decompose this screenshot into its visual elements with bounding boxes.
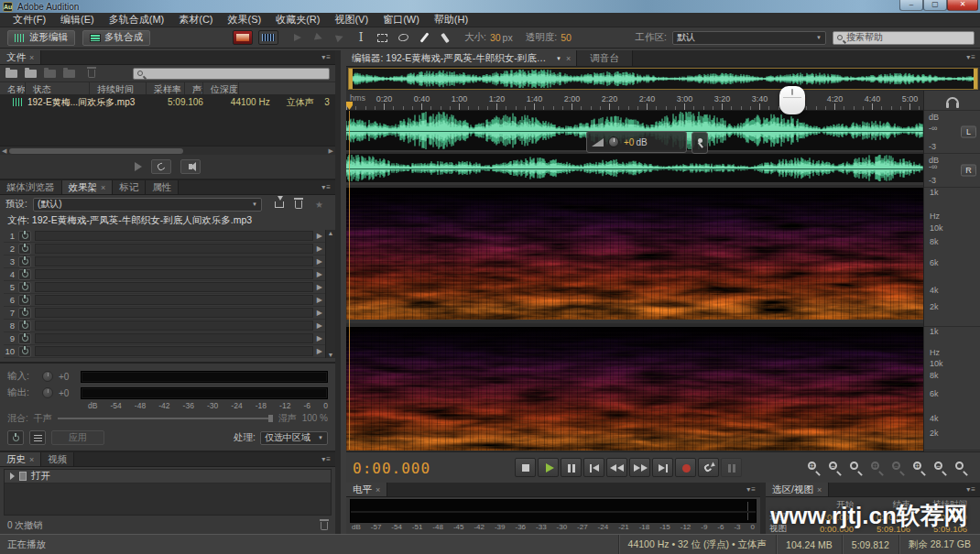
effect-slot-field[interactable] xyxy=(35,269,313,279)
effect-slot-arrow-icon[interactable]: ▶ xyxy=(317,244,322,253)
opacity-value[interactable]: 50 xyxy=(561,32,572,43)
play-button[interactable] xyxy=(538,458,559,477)
stop-button[interactable] xyxy=(515,458,536,477)
effect-slot-field[interactable] xyxy=(35,282,313,292)
effect-power-toggle[interactable] xyxy=(18,333,31,344)
tab-media-browser[interactable]: 媒体浏览器 xyxy=(0,180,62,194)
panel-menu-icon[interactable]: ▾≡ xyxy=(966,53,976,61)
loop-playback-button[interactable] xyxy=(698,458,719,477)
waveform-right-channel[interactable] xyxy=(346,154,923,185)
effect-slot-field[interactable] xyxy=(35,231,313,241)
scroll-down-icon[interactable]: ▼ xyxy=(328,352,334,358)
move-tool-icon[interactable] xyxy=(291,31,304,44)
marquee-selection-tool-icon[interactable] xyxy=(376,31,388,44)
import-file-icon[interactable] xyxy=(25,70,37,78)
trash-icon[interactable] xyxy=(321,522,328,530)
effect-slot-field[interactable] xyxy=(35,346,313,356)
output-gain-knob[interactable] xyxy=(42,387,53,398)
skip-to-start-button[interactable] xyxy=(583,458,604,477)
tab-levels[interactable]: 电平× xyxy=(346,483,387,496)
menu-item[interactable]: 编辑(E) xyxy=(53,13,102,27)
process-dropdown[interactable]: 仅选中区域▼ xyxy=(260,431,328,445)
column-header[interactable]: 位深度 xyxy=(203,82,239,94)
effect-power-toggle[interactable] xyxy=(18,269,31,280)
zoom-in-vertical-button[interactable] xyxy=(867,460,887,476)
delete-preset-icon[interactable] xyxy=(295,201,302,209)
effect-slot-row[interactable]: 7 ▶ xyxy=(4,307,335,320)
effect-slot-field[interactable] xyxy=(35,295,313,305)
minimize-button[interactable]: – xyxy=(899,0,923,11)
close-icon[interactable]: × xyxy=(101,183,105,192)
effect-slot-field[interactable] xyxy=(35,308,313,318)
column-header[interactable]: 持续时间 xyxy=(90,82,147,94)
input-gain-knob[interactable] xyxy=(42,371,53,382)
loop-playback-button[interactable] xyxy=(151,159,171,174)
selection-table-row[interactable]: 选区 0:00.000 0:00.000 0:00.000 xyxy=(769,511,976,523)
scrollbar-thumb[interactable] xyxy=(9,148,183,154)
column-header[interactable]: 采样率 xyxy=(147,82,185,94)
brush-size-value[interactable]: 30 xyxy=(490,32,501,43)
spot-healing-brush-tool-icon[interactable] xyxy=(439,31,452,44)
effect-slot-arrow-icon[interactable]: ▶ xyxy=(317,309,322,317)
tab-files[interactable]: 文件× xyxy=(0,50,41,64)
history-entry[interactable]: 打开 xyxy=(5,470,331,483)
effect-power-toggle[interactable] xyxy=(18,295,31,306)
tab-properties[interactable]: 属性 xyxy=(146,180,179,194)
menu-item[interactable]: 多轨合成(M) xyxy=(102,13,172,27)
save-preset-icon[interactable] xyxy=(275,201,284,208)
frequency-scale-right[interactable]: Hz10k8k6k4k2k1k xyxy=(924,327,980,451)
panel-menu-icon[interactable]: ▾≡ xyxy=(746,485,757,494)
tab-effects-rack[interactable]: 效果架× xyxy=(62,180,114,194)
panel-menu-icon[interactable]: ▾≡ xyxy=(321,53,332,61)
frequency-scale-left[interactable]: Hz10k8k6k4k2k1k xyxy=(924,188,980,327)
pause-button[interactable] xyxy=(561,458,582,477)
close-icon[interactable]: × xyxy=(29,53,34,62)
effect-slot-row[interactable]: 6 ▶ xyxy=(4,294,335,307)
time-selection-tool-icon[interactable]: I xyxy=(354,31,367,44)
open-file-icon[interactable] xyxy=(5,70,17,78)
apply-button[interactable]: 应用 xyxy=(51,430,104,445)
close-icon[interactable]: × xyxy=(817,485,822,494)
effect-power-toggle[interactable] xyxy=(18,308,31,319)
record-arm-button[interactable] xyxy=(721,458,742,477)
left-channel-scale[interactable]: dB -∞ -3 L xyxy=(924,111,980,154)
effect-slot-row[interactable]: 8 ▶ xyxy=(4,320,335,332)
effect-power-toggle[interactable] xyxy=(18,244,31,255)
mix-slider[interactable] xyxy=(58,418,273,419)
effect-slot-arrow-icon[interactable]: ▶ xyxy=(317,347,322,355)
favorite-icon[interactable]: ★ xyxy=(315,200,323,210)
spectrogram-left-channel[interactable] xyxy=(346,188,923,323)
menu-item[interactable]: 效果(S) xyxy=(221,13,269,27)
new-file-icon[interactable] xyxy=(44,70,56,78)
multitrack-button[interactable]: 多轨合成 xyxy=(82,30,150,46)
effect-slot-row[interactable]: 2 ▶ xyxy=(4,243,335,255)
rewind-button[interactable] xyxy=(606,458,627,477)
record-button[interactable] xyxy=(675,458,696,477)
left-channel-button[interactable]: L xyxy=(961,126,976,138)
tab-markers[interactable]: 标记 xyxy=(113,180,146,194)
effect-slot-arrow-icon[interactable]: ▶ xyxy=(317,283,322,291)
panel-menu-icon[interactable]: ▾≡ xyxy=(321,183,332,191)
waveform-display-toggle[interactable] xyxy=(258,30,278,45)
effect-slot-row[interactable]: 4 ▶ xyxy=(4,268,335,281)
paintbrush-tool-icon[interactable] xyxy=(418,31,430,44)
rack-list-button[interactable] xyxy=(29,430,46,445)
zoom-out-full-button[interactable] xyxy=(931,460,950,476)
workspace-dropdown[interactable]: 默认▼ xyxy=(672,31,826,45)
close-icon[interactable]: × xyxy=(566,54,571,63)
effect-slot-field[interactable] xyxy=(35,320,313,331)
column-header[interactable]: 名称 xyxy=(0,82,26,94)
files-table-header[interactable]: 名称状态持续时间采样率声道位深度 xyxy=(0,81,335,95)
tab-mixer[interactable]: 调音台 xyxy=(577,50,633,66)
effect-slot-row[interactable]: 1 ▶ xyxy=(4,230,335,243)
menu-item[interactable]: 文件(F) xyxy=(5,13,53,27)
gain-hud[interactable]: +0 dB xyxy=(586,131,687,153)
playhead-line[interactable] xyxy=(349,111,350,450)
file-row[interactable]: 192-E黄梅...间欢乐多.mp3 5:09.106 44100 Hz 立体声… xyxy=(0,95,335,109)
slip-tool-icon[interactable] xyxy=(312,31,325,44)
scroll-right-icon[interactable]: ▶ xyxy=(329,147,333,156)
fast-forward-button[interactable] xyxy=(629,458,650,477)
gain-knob[interactable] xyxy=(608,136,619,147)
preset-dropdown[interactable]: (默认)▼ xyxy=(33,198,262,212)
trash-icon[interactable] xyxy=(88,70,95,78)
